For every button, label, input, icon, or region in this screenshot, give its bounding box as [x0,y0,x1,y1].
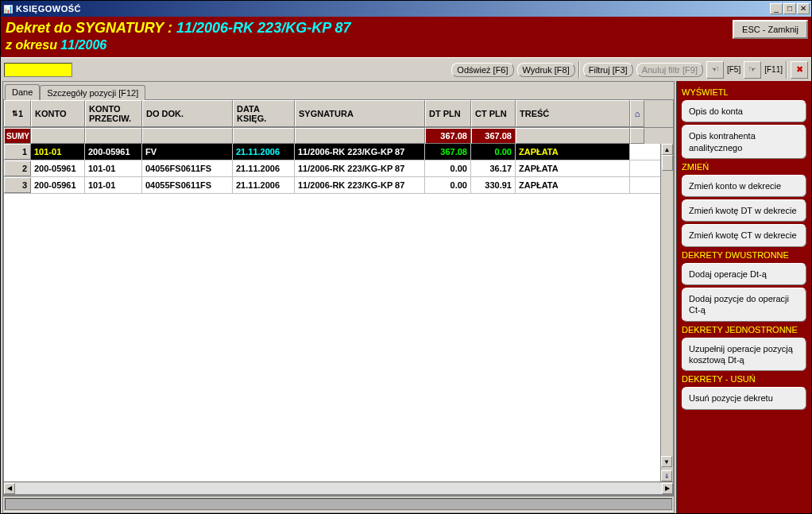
col-sygnatura[interactable]: SYGNATURA [295,100,425,127]
delete-icon-button[interactable]: ✖ [791,61,808,79]
scroll-down-icon[interactable]: ▼ [661,456,672,467]
btn-dodaj-dt[interactable]: Dodaj operacje Dt-ą [682,263,806,285]
btn-zmien-konto[interactable]: Zmień konto w dekrecie [682,175,806,197]
filter-button[interactable]: Filtruj [F3] [583,63,633,77]
btn-dodaj-ct[interactable]: Dodaj pozycje do operacji Ct-ą [682,288,806,322]
toolbar-separator-2 [786,61,787,79]
col-ct-pln[interactable]: CT PLN [471,100,516,127]
header-sygnatura: 11/2006-RK 223/KG-KP 87 [176,20,350,36]
search-field[interactable] [4,63,72,77]
table-row[interactable]: 3 200-05961 101-01 04055FS0611FS 21.11.2… [4,177,673,194]
col-konto[interactable]: KONTO [31,100,85,127]
h-scroll-track[interactable] [15,483,662,494]
col-tresc[interactable]: TREŚĆ [516,100,630,127]
print-button[interactable]: Wydruk [F8] [517,63,575,77]
titlebar: 📊 KSIĘGOWOŚĆ _ □ ✕ [1,1,811,17]
header-label-okres: z okresu [6,38,60,52]
status-bar [3,495,674,512]
f11-label: [F11] [764,65,783,74]
sum-label: SUMY [4,128,31,144]
action-sidebar: WYŚWIETL Opis do konta Opis kontrahenta … [676,81,811,513]
close-window-button[interactable]: ✕ [797,3,810,14]
grid-body: 1 101-01 200-05961 FV 21.11.2006 11/2006… [4,144,673,481]
cancel-filter-button: Anuluj filtr [F9] [636,63,703,77]
vertical-scrollbar[interactable]: ▲ ▼ ⇓ [660,144,673,481]
section-wyswietl: WYŚWIETL [682,87,806,97]
toolbar-separator [578,61,580,79]
home-icon: ⌂ [635,109,640,118]
app-icon: 📊 [2,3,14,14]
btn-opis-kontrahenta[interactable]: Opis kontrahenta analitycznego [682,125,806,159]
hand-left-icon: ☜ [711,64,719,75]
tab-dane[interactable]: Dane [5,84,40,100]
col-do-dok[interactable]: DO DOK. [142,100,233,127]
tab-bar: Dane Szczegóły pozycji [F12] [3,82,674,99]
table-row[interactable]: 1 101-01 200-05961 FV 21.11.2006 11/2006… [4,144,673,160]
header-panel: Dekret do SYGNATURY : 11/2006-RK 223/KG-… [1,17,811,57]
btn-uzupelnij[interactable]: Uzupełnij operacje pozycją kosztową Dt-ą [682,338,806,372]
maximize-button[interactable]: □ [783,3,796,14]
scroll-left-icon[interactable]: ◀ [4,483,15,494]
table-row[interactable]: 2 200-05961 101-01 04056FS0611FS 21.11.2… [4,160,673,177]
refresh-button[interactable]: Odśwież [F6] [451,63,513,77]
grid-header-row: ⇅1 KONTO KONTO PRZECIW. DO DOK. DATA KSI… [4,100,673,128]
hand-right-icon: ☞ [748,64,756,75]
btn-usun[interactable]: Usuń pozycje dekretu [682,387,806,409]
header-label-dekret: Dekret do SYGNATURY : [6,20,176,36]
window-title: KSIĘGOWOŚĆ [16,4,770,14]
minimize-button[interactable]: _ [770,3,783,14]
col-data-ksieg[interactable]: DATA KSIĘG. [233,100,295,127]
delete-icon: ✖ [796,64,803,75]
nav-prev-button[interactable]: ☜ [706,61,724,79]
section-usun: DEKRETY - USUŃ [682,374,806,384]
horizontal-scrollbar[interactable]: ◀ ▶ [4,481,673,494]
scroll-right-icon[interactable]: ▶ [662,483,673,494]
btn-zmien-dt[interactable]: Zmień kwotę DT w dekrecie [682,199,806,222]
btn-opis-konta[interactable]: Opis do konta [682,100,806,122]
section-jednostronne: DEKRETY JEDNOSTRONNE [682,325,806,334]
esc-close-button[interactable]: ESC - Zamknij [733,20,808,39]
scroll-thumb[interactable] [662,155,673,171]
sum-row: SUMY 367.08 367.08 [4,128,673,144]
scroll-end-icon[interactable]: ⇓ [661,470,672,481]
sum-ct: 367.08 [471,128,516,144]
scroll-up-icon[interactable]: ▲ [662,144,673,155]
col-sort-indicator[interactable]: ⇅1 [4,100,31,127]
section-zmien: ZMIEŃ [682,162,806,172]
nav-next-button[interactable]: ☞ [744,61,761,79]
sum-dt: 367.08 [425,128,471,144]
header-okres: 11/2006 [60,38,106,52]
btn-zmien-ct[interactable]: Zmień kwotę CT w dekrecie [682,224,806,246]
toolbar: Odśwież [F6] Wydruk [F8] Filtruj [F3] An… [1,57,811,81]
col-corner[interactable]: ⌂ [630,100,644,127]
col-dt-pln[interactable]: DT PLN [425,100,471,127]
col-konto-przeciw[interactable]: KONTO PRZECIW. [85,100,142,127]
section-dwustronne: DEKRETY DWUSTRONNE [682,250,806,260]
tab-szczegoly[interactable]: Szczegóły pozycji [F12] [40,85,145,100]
f5-label: [F5] [727,65,740,74]
data-grid: ⇅1 KONTO KONTO PRZECIW. DO DOK. DATA KSI… [3,99,674,495]
